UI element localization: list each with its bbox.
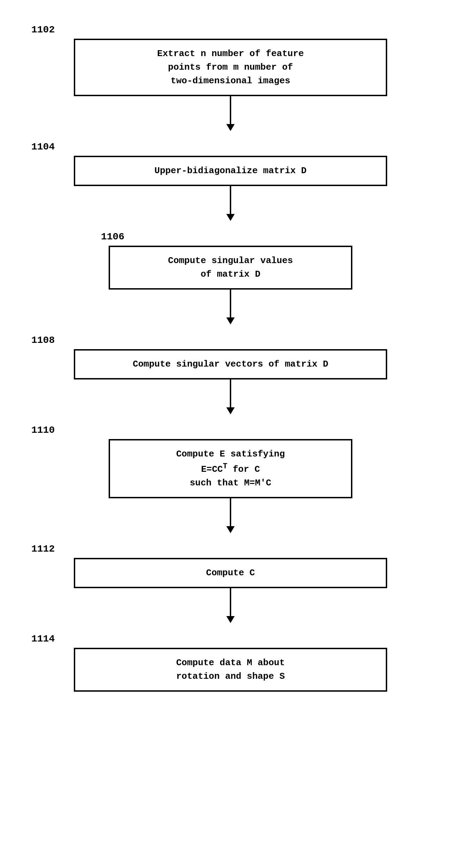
arrow-1102-1104 [226,96,235,131]
label-1102: 1102 [31,24,55,35]
arrow-1104-1106 [226,186,235,221]
box-1110: Compute E satisfyingE=CCT for Csuch that… [109,439,352,498]
arrow-1112-1114 [226,588,235,623]
label-1114: 1114 [31,633,55,644]
step-1110-section: 1110 Compute E satisfyingE=CCT for Csuch… [0,414,461,533]
step-1104-section: 1104 Upper-bidiagonalize matrix D [0,131,461,221]
label-1108-wrapper: 1108 [0,335,461,346]
arrow-1106-1108 [226,290,235,324]
box-1114: Compute data M aboutrotation and shape S [74,648,387,692]
box-1106: Compute singular valuesof matrix D [109,246,352,290]
step-1114-section: 1114 Compute data M aboutrotation and sh… [0,623,461,692]
box-1114-text: Compute data M aboutrotation and shape S [176,658,285,682]
label-1106: 1106 [101,231,124,242]
label-1104: 1104 [31,141,55,152]
step-1102-section: 1102 Extract n number of featurepoints f… [0,14,461,131]
box-1110-text: Compute E satisfyingE=CCT for Csuch that… [176,449,285,488]
box-1106-text: Compute singular valuesof matrix D [168,255,293,279]
step-1106-section: 1106 Compute singular valuesof matrix D [0,221,461,324]
label-1110: 1110 [31,425,55,436]
box-1108-text: Compute singular vectors of matrix D [133,359,328,369]
label-1112-wrapper: 1112 [0,544,461,554]
box-1102-text: Extract n number of featurepoints from m… [157,48,304,86]
label-1112: 1112 [31,544,55,554]
label-1106-wrapper: 1106 [0,231,461,242]
flowchart-container: 1102 Extract n number of featurepoints f… [0,0,461,868]
box-1104: Upper-bidiagonalize matrix D [74,156,387,186]
label-1104-wrapper: 1104 [0,141,461,152]
label-1102-wrapper: 1102 [0,24,461,35]
box-1112-text: Compute C [206,568,255,578]
box-1102: Extract n number of featurepoints from m… [74,39,387,96]
arrow-1110-1112 [226,498,235,533]
label-1110-wrapper: 1110 [0,425,461,436]
label-1114-wrapper: 1114 [0,633,461,644]
box-1104-text: Upper-bidiagonalize matrix D [155,166,307,176]
step-1108-section: 1108 Compute singular vectors of matrix … [0,324,461,414]
arrow-1108-1110 [226,379,235,414]
label-1108: 1108 [31,335,55,346]
box-1112: Compute C [74,558,387,588]
box-1108: Compute singular vectors of matrix D [74,349,387,379]
step-1112-section: 1112 Compute C [0,533,461,623]
